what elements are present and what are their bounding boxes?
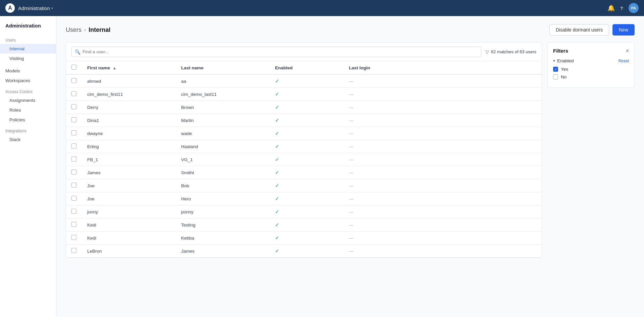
row-enabled: ✓ [270,114,343,127]
row-checkbox-cell[interactable] [66,88,82,101]
breadcrumb-separator: › [84,27,86,33]
row-checkbox[interactable] [71,183,76,188]
row-last-name: Kebba [176,232,270,245]
row-last-name: Haaland [176,140,270,153]
sidebar-item-internal[interactable]: Internal [0,44,56,54]
enabled-check-icon: ✓ [275,235,279,241]
sidebar-item-assignments[interactable]: Assignments [0,96,56,105]
row-checkbox[interactable] [71,156,76,162]
row-last-login: — [343,245,542,258]
filter-no-checkbox[interactable] [553,74,558,79]
table-row: Joe Bob ✓ — [66,179,542,192]
header-first-name[interactable]: First name ▲ [82,61,176,74]
row-first-name: FB_1 [82,153,176,166]
enabled-check-icon: ✓ [275,248,279,254]
breadcrumb-parent[interactable]: Users [66,26,82,34]
row-enabled: ✓ [270,153,343,166]
row-enabled: ✓ [270,140,343,153]
row-checkbox-cell[interactable] [66,74,82,88]
row-checkbox[interactable] [71,117,76,122]
row-checkbox-cell[interactable] [66,153,82,166]
row-checkbox[interactable] [71,209,76,214]
filter-reset-button[interactable]: Reset [619,59,629,63]
app-name[interactable]: Administration ▾ [18,5,53,11]
row-last-login: — [343,101,542,114]
table-row: Erling Haaland ✓ — [66,140,542,153]
row-checkbox-cell[interactable] [66,192,82,205]
row-last-login: — [343,140,542,153]
row-checkbox[interactable] [71,91,76,96]
row-checkbox-cell[interactable] [66,232,82,245]
sidebar-item-visiting[interactable]: Visiting [0,54,56,63]
table-row: dwayne wade ✓ — [66,127,542,140]
help-icon[interactable]: ? [620,5,623,11]
table-header-row: First name ▲ Last name Enabled Last logi… [66,61,542,74]
row-checkbox-cell[interactable] [66,179,82,192]
header-last-name[interactable]: Last name [176,61,270,74]
sidebar-item-policies[interactable]: Policies [0,115,56,125]
row-last-name: aa [176,74,270,88]
row-enabled: ✓ [270,205,343,218]
filter-yes-label: Yes [561,67,568,72]
row-checkbox-cell[interactable] [66,205,82,218]
header-select-all[interactable] [66,61,82,74]
sidebar-item-workspaces[interactable]: Workspaces [0,76,56,85]
sidebar-section-access-control: Access Control [0,85,56,96]
row-enabled: ✓ [270,127,343,140]
row-checkbox[interactable] [71,248,76,253]
filter-option-no: No [553,74,629,79]
row-last-name: Hero [176,192,270,205]
row-checkbox[interactable] [71,78,76,83]
row-first-name: James [82,166,176,179]
search-icon: 🔍 [75,49,80,55]
row-last-name: Smitht [176,166,270,179]
sidebar-item-slack[interactable]: Slack [0,135,56,144]
table-row: ahmed aa ✓ — [66,74,542,88]
header-enabled[interactable]: Enabled [270,61,343,74]
row-checkbox[interactable] [71,143,76,148]
row-first-name: Kedi [82,218,176,232]
enabled-check-icon: ✓ [275,78,279,84]
table-row: James Smitht ✓ — [66,166,542,179]
row-checkbox-cell[interactable] [66,114,82,127]
row-last-name: James [176,245,270,258]
row-checkbox-cell[interactable] [66,218,82,232]
sidebar-item-models[interactable]: Models [0,66,56,76]
row-enabled: ✓ [270,232,343,245]
row-checkbox-cell[interactable] [66,101,82,114]
row-checkbox[interactable] [71,222,76,227]
disable-dormant-button[interactable]: Disable dormant users [549,24,609,36]
table-section: 🔍 ▽ 62 matches of 63 users [66,42,542,258]
row-checkbox[interactable] [71,170,76,175]
row-checkbox[interactable] [71,130,76,135]
row-last-login: — [343,232,542,245]
row-checkbox-cell[interactable] [66,127,82,140]
filter-group-label[interactable]: ▾ Enabled [553,58,574,63]
row-enabled: ✓ [270,179,343,192]
enabled-check-icon: ✓ [275,143,279,149]
notification-icon[interactable]: 🔔 [607,4,615,12]
search-input[interactable] [71,47,481,57]
table-body: ahmed aa ✓ — cim_demo_first11 cim_demo_l… [66,74,542,258]
row-first-name: dwayne [82,127,176,140]
row-checkbox[interactable] [71,104,76,109]
enabled-check-icon: ✓ [275,130,279,136]
row-checkbox-cell[interactable] [66,140,82,153]
filters-close-button[interactable]: × [626,48,629,54]
new-button[interactable]: New [612,24,635,36]
row-checkbox[interactable] [71,235,76,240]
filter-expand-icon: ▾ [553,59,555,63]
avatar[interactable]: PA [629,3,639,13]
row-checkbox-cell[interactable] [66,245,82,258]
sidebar-item-roles[interactable]: Roles [0,105,56,115]
select-all-checkbox[interactable] [71,65,76,70]
row-last-login: — [343,114,542,127]
header-last-login[interactable]: Last login [343,61,542,74]
row-enabled: ✓ [270,74,343,88]
table-row: Kedi Kebba ✓ — [66,232,542,245]
row-checkbox-cell[interactable] [66,166,82,179]
sidebar-title: Administration [0,23,56,34]
row-checkbox[interactable] [71,196,76,201]
row-first-name: Erling [82,140,176,153]
filter-yes-checkbox[interactable]: ✓ [553,67,558,72]
